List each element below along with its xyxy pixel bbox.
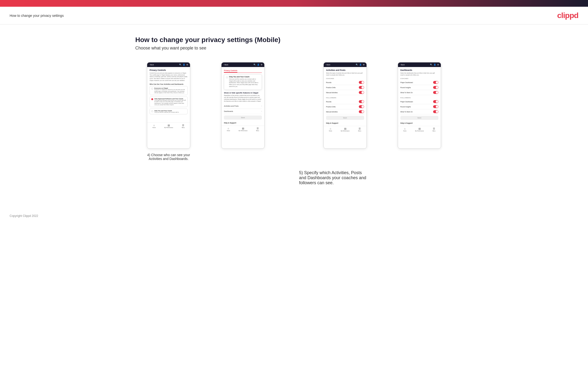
chevron-dashboards: › [261,110,262,112]
topbar-icons-1: 🔍 👤 ⚙ [179,64,188,66]
nav-menu-2[interactable]: ☰ Menu [256,127,259,131]
phone-topbar-1: ‹ Back 🔍 👤 ⚙ [147,62,190,67]
search-icon-2[interactable]: 🔍 [253,64,256,66]
radio-coach-only[interactable] [151,110,153,112]
nav-home-1[interactable]: ⌂ Home [153,124,156,128]
nav-performance-1[interactable]: ▤ My Performance [164,124,173,128]
coaches-rounds-label: Rounds [326,82,331,83]
radio-option-approved[interactable]: Only Approved Followers and Your Coach O… [150,97,188,107]
popup-radio[interactable] [226,76,228,78]
save-button-3[interactable]: Save [326,116,364,120]
privacy-controls-tab[interactable]: Privacy Controls [224,69,237,73]
nav-performance-4[interactable]: ▤ My Performance [415,127,424,132]
followers-rounds-toggle[interactable] [359,100,364,103]
search-icon-4[interactable]: 🔍 [430,64,432,66]
performance-icon-4: ▤ [418,127,421,130]
followers-rounds-label: Rounds [326,101,331,103]
settings-icon-2[interactable]: ⚙ [261,64,262,66]
back-button-2[interactable]: ‹ Back [224,64,228,66]
search-icon[interactable]: 🔍 [179,64,182,66]
coaches-what-toggle[interactable] [433,91,438,94]
radio-approved[interactable] [151,98,153,100]
show-hide-title: Show or hide specific features in Clippd [224,92,262,94]
followers-practice-toggle[interactable] [359,105,364,108]
page-heading: How to change your privacy settings (Mob… [135,36,453,44]
coaches-practice-row: Practice Drills [326,85,364,90]
nav-performance-3[interactable]: ▤ My Performance [341,127,350,132]
caption-right: 5) Specify which Activities, Posts and D… [297,170,453,185]
followers-what-toggle[interactable] [433,110,438,113]
nav-home-4[interactable]: ⌂ Home [403,127,406,132]
settings-icon-4[interactable]: ⚙ [437,64,439,66]
chevron-activities: › [261,105,262,107]
coaches-round-insights-row: Round Insights [400,85,438,90]
profile-icon-4[interactable]: 👤 [434,64,436,66]
radio-option-everyone[interactable]: Everyone on Clippd Everyone on Clippd ca… [150,86,188,95]
followers-rounds-row: Rounds [326,99,364,104]
activities-posts-item[interactable]: Activities and Posts › [224,103,262,109]
profile-icon-3[interactable]: 👤 [359,64,362,66]
logo: clippd [557,11,578,20]
followers-round-insights-toggle[interactable] [433,105,438,108]
coaches-what-label: What To Work On [400,92,413,93]
search-icon-3[interactable]: 🔍 [356,64,358,66]
main-content: How to change your privacy settings (Mob… [126,25,462,200]
coaches-practice-label: Practice Drills [326,87,336,88]
option-coach-only-desc: Only you and the coaches you connect wit… [154,111,179,113]
home-icon-4: ⌂ [404,127,406,130]
coaches-round-insights-label: Round Insights [400,87,411,88]
dashboards-desc: Select the dashboards that you'd like to… [400,72,438,76]
popup-title: Only You and Your Coach [229,76,260,78]
phone-topbar-4: ‹ Back 🔍 👤 ⚙ [398,62,441,67]
coaches-practice-toggle[interactable] [359,86,364,89]
phone-screen-1: ‹ Back 🔍 👤 ⚙ Privacy Controls Control ho… [147,62,190,149]
nav-menu-4[interactable]: ☰ Menu [432,127,435,132]
followers-manual-toggle[interactable] [359,110,364,113]
nav-menu-3[interactable]: ☰ Menu [358,127,361,132]
phone-content-2: Privacy Controls Only You and Your Coach… [222,67,264,126]
caption-4: 4) Choose who can see your Activities an… [142,153,195,161]
page-subheading: Choose what you want people to see [135,46,453,51]
coaches-player-toggle[interactable] [433,81,438,84]
save-button-4[interactable]: Save [400,116,438,120]
coaches-round-insights-toggle[interactable] [433,86,438,89]
radio-everyone[interactable] [151,88,153,90]
followers-manual-row: Manual Activities [326,109,364,114]
followers-what-row: What To Work On [400,109,438,114]
header: How to change your privacy settings clip… [0,7,588,25]
coaches-manual-row: Manual Activities [326,90,364,95]
settings-icon-3[interactable]: ⚙ [363,64,364,66]
topbar-icons-4: 🔍 👤 ⚙ [430,64,439,66]
back-button-4[interactable]: ‹ Back [400,64,405,66]
back-button-1[interactable]: ‹ Back [149,64,154,66]
profile-icon-2[interactable]: 👤 [257,64,259,66]
coaches-label-3: COACHES [326,78,364,79]
coaches-manual-label: Manual Activities [326,92,338,93]
topbar-icons-2: 🔍 👤 ⚙ [253,64,262,66]
privacy-controls-desc: Control how you and your data appears to… [150,72,188,81]
coaches-label-4: COACHES [400,78,438,79]
captions-row: 5) Specify which Activities, Posts and D… [135,170,453,185]
phone-group-4: ‹ Back 🔍 👤 ⚙ Dashboards Select the dashb… [386,62,453,149]
help-support-2: Help & Support [224,122,262,124]
radio-option-coach-only[interactable]: Only You and Your Coach Only you and the… [150,108,188,115]
coaches-rounds-toggle[interactable] [359,81,364,84]
profile-icon[interactable]: 👤 [183,64,185,66]
followers-what-label: What To Work On [400,111,413,113]
popup-coach-only: Only You and Your Coach Only you and the… [224,74,262,90]
back-button-3[interactable]: ‹ Back [326,64,330,66]
save-button-2[interactable]: Save [224,116,262,120]
coaches-rounds-row: Rounds [326,80,364,85]
phone-screen-2: ‹ Back 🔍 👤 ⚙ Privacy Controls [221,62,265,149]
nav-home-2[interactable]: ⌂ Home [227,127,230,131]
nav-home-3[interactable]: ⌂ Home [329,127,332,132]
settings-icon[interactable]: ⚙ [186,64,188,66]
privacy-controls-title: Privacy Controls [150,69,188,71]
nav-performance-2[interactable]: ▤ My Performance [239,127,247,131]
coaches-manual-toggle[interactable] [359,91,364,94]
phone-screen-4: ‹ Back 🔍 👤 ⚙ Dashboards Select the dashb… [398,62,441,149]
followers-player-toggle[interactable] [433,100,438,103]
caption-5: 5) Specify which Activities, Posts and D… [299,170,366,185]
nav-menu-1[interactable]: ☰ Menu [182,124,185,128]
dashboards-item[interactable]: Dashboards › [224,109,262,114]
